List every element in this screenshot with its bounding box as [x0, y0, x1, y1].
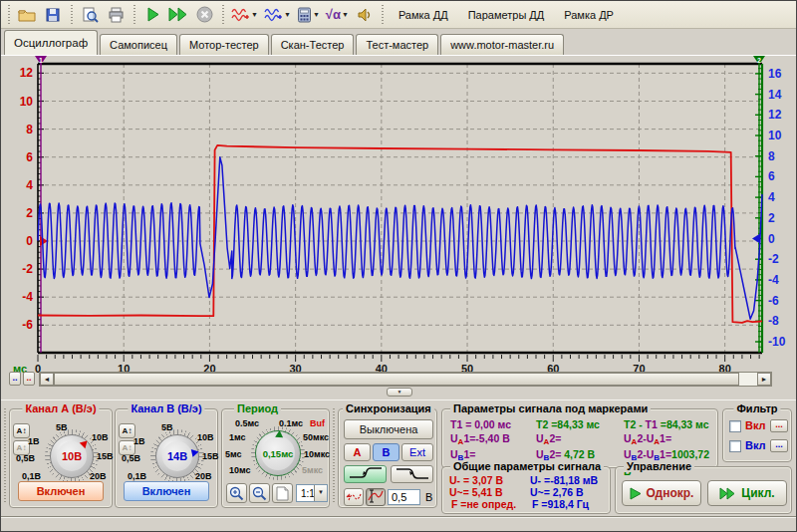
sound-button[interactable]: [352, 3, 378, 27]
svg-text:4: 4: [768, 190, 775, 204]
sync-falling-edge-button[interactable]: [391, 465, 433, 483]
print-preview-icon: [82, 7, 99, 23]
dial-label: 5мкс: [302, 465, 323, 475]
uac-a-value: U~= 5,41 В: [449, 486, 503, 498]
panel-grip[interactable]: [3, 408, 7, 504]
calculator-button[interactable]: ▼: [294, 3, 323, 27]
freq-b-value: F =918,4 Гц: [532, 498, 589, 510]
panel-grip[interactable]: [332, 408, 336, 504]
channel-a-signal-button[interactable]: ▼: [228, 3, 261, 27]
svg-text:2: 2: [768, 211, 775, 225]
sync-source-a-button[interactable]: А: [344, 443, 371, 461]
ua2-minus-ua1-value: UА2-UА1=: [624, 432, 713, 449]
tab-scan-tester[interactable]: Скан-Тестер: [271, 34, 355, 55]
sync-level-input[interactable]: [388, 489, 420, 505]
channel-a-knob[interactable]: 10В: [50, 434, 94, 478]
frame-dr-button[interactable]: Рамка ДР: [554, 4, 624, 26]
freq-a-value: F =не опред.: [451, 498, 516, 510]
dial-label: 20В: [90, 471, 107, 481]
tab-test-master[interactable]: Тест-мастер: [356, 34, 438, 55]
svg-text:10: 10: [768, 129, 782, 142]
red-waveform-icon: [231, 7, 250, 23]
new-page-button[interactable]: [272, 483, 293, 503]
udc-a-value: U- = 3,07 В: [449, 474, 503, 486]
period-knob[interactable]: 0,15мс: [255, 430, 301, 476]
common-params-title: Общие параметры сигнала: [450, 460, 604, 472]
filter-b-settings-button[interactable]: ...: [770, 439, 788, 452]
period-group: Период 0,15мс 0.5мс 0.1мс Buf 1мс 50мкс …: [221, 408, 330, 508]
save-button[interactable]: [40, 3, 66, 27]
math-functions-button[interactable]: √α ▼: [323, 3, 352, 27]
zoom-in-button[interactable]: [226, 483, 247, 503]
dropdown-arrow-icon[interactable]: ▼: [313, 11, 320, 18]
scrollbar-thumb[interactable]: [54, 373, 739, 386]
svg-text:-6: -6: [22, 318, 33, 332]
filter-b-checkbox[interactable]: [729, 440, 741, 452]
toolbar-grip[interactable]: [220, 5, 225, 25]
svg-text:6: 6: [768, 169, 775, 183]
oscilloscope-plot[interactable]: 01020304050607080мс121086420-2-4-6161412…: [1, 56, 797, 373]
channel-b-enabled-button[interactable]: Включен: [124, 481, 209, 501]
svg-text:16: 16: [768, 67, 782, 81]
open-file-button[interactable]: [14, 3, 40, 27]
channel-b-signal-button[interactable]: ▼: [261, 3, 294, 27]
toolbar-grip[interactable]: [381, 5, 386, 25]
dropdown-arrow-icon[interactable]: ▼: [284, 11, 291, 18]
level-mode-icon: [368, 489, 384, 503]
run-cycle-button[interactable]: Цикл.: [707, 480, 787, 506]
zoom-out-button[interactable]: [249, 483, 270, 503]
svg-text:1: 1: [39, 57, 43, 64]
filter-b-label: Вкл: [745, 439, 766, 451]
horizontal-scrollbar[interactable]: ◄ ►: [39, 372, 772, 387]
stop-button[interactable]: [191, 3, 217, 27]
period-title: Период: [234, 402, 281, 414]
sync-group: Синхронизация Выключена А В Ext: [338, 408, 437, 508]
tab-website[interactable]: www.motor-master.ru: [440, 34, 564, 55]
zoom-ratio-select[interactable]: 1:1 ▼: [296, 484, 328, 502]
marker-params-group: Параметры сигнала под маркерами T1 = 0,0…: [441, 408, 718, 468]
run-cycle-toolbar-button[interactable]: [165, 3, 191, 27]
run-once-toolbar-button[interactable]: [139, 3, 165, 27]
svg-text:12: 12: [768, 108, 782, 122]
scroll-left-arrow[interactable]: ◄: [40, 373, 54, 386]
sync-source-b-button[interactable]: В: [373, 443, 399, 461]
print-button[interactable]: [103, 3, 129, 27]
stop-icon: [196, 6, 213, 23]
dropdown-arrow-icon[interactable]: ▼: [251, 11, 258, 18]
sync-rising-edge-button[interactable]: [344, 465, 387, 483]
tab-oscilloscope[interactable]: Осциллограф: [4, 30, 98, 55]
filter-a-checkbox[interactable]: [729, 420, 741, 432]
toolbar-grip[interactable]: [132, 5, 136, 25]
rising-edge-icon: [349, 466, 383, 480]
toolbar-grip[interactable]: [69, 5, 74, 25]
speaker-icon: [357, 7, 373, 23]
tab-recorder[interactable]: Самописец: [100, 34, 177, 55]
marker-a-button[interactable]: ..: [23, 372, 35, 386]
dial-label: 10мкс: [304, 449, 330, 459]
run-once-button[interactable]: Однокр.: [622, 480, 701, 506]
tab-motor-tester[interactable]: Мотор-тестер: [179, 34, 269, 55]
sync-title: Синхронизация: [343, 402, 434, 414]
channel-a-enabled-button[interactable]: Включен: [18, 481, 104, 501]
common-params-group: Общие параметры сигнала U- = 3,07 В U~= …: [441, 466, 611, 514]
filter-a-settings-button[interactable]: ...: [770, 419, 788, 432]
marker-b-button[interactable]: ..: [9, 372, 21, 386]
print-preview-button[interactable]: [77, 3, 103, 27]
svg-text:2: 2: [26, 206, 33, 220]
sync-pulse-mode-button[interactable]: [344, 488, 364, 506]
sync-state-button[interactable]: Выключена: [344, 419, 433, 439]
play-icon: [145, 7, 160, 22]
ua1-value: UА1=-5,40 В: [450, 432, 536, 449]
sync-level-unit: В: [425, 491, 432, 503]
sync-source-ext-button[interactable]: Ext: [401, 443, 433, 461]
panel-collapse-button[interactable]: ▼: [387, 388, 412, 397]
channel-b-knob[interactable]: 14В: [155, 434, 199, 478]
scroll-right-arrow[interactable]: ►: [757, 373, 771, 386]
toolbar-grip[interactable]: [6, 5, 11, 25]
frame-dd-button[interactable]: Рамка ДД: [389, 4, 458, 26]
dropdown-arrow-icon[interactable]: ▼: [342, 11, 349, 18]
dial-label: 0,5В: [16, 453, 35, 463]
chevron-down-icon[interactable]: ▼: [314, 485, 327, 501]
params-dd-button[interactable]: Параметры ДД: [458, 4, 555, 26]
sync-level-mode-button[interactable]: [366, 488, 386, 506]
